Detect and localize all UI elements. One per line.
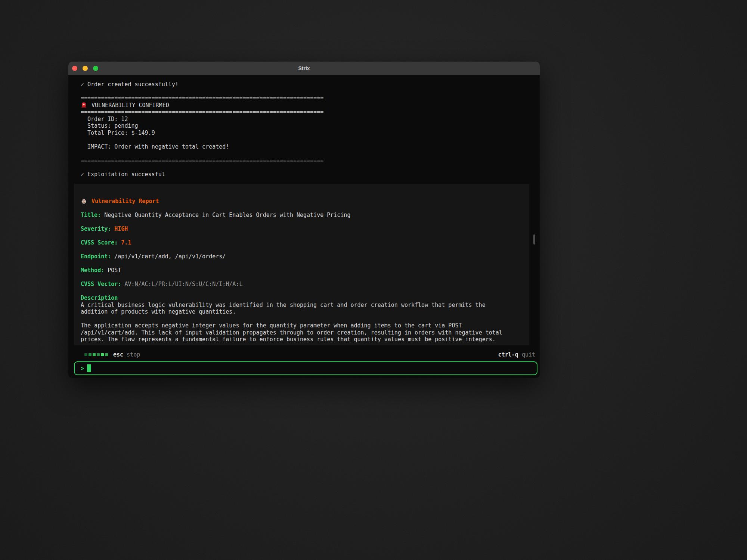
esc-action-label: stop [127,351,140,358]
method-value: POST [108,267,121,274]
endpoint-value: /api/v1/cart/add, /api/v1/orders/ [114,253,226,260]
status-bar-right: ctrl-q quit [498,351,535,358]
field-label: CVSS Vector: [81,281,121,287]
cvss-score-value: 7.1 [121,239,131,246]
blank-line [81,136,540,143]
exploitation-line: ✓Exploitation successful [81,171,540,178]
order-created-message: Order created successfully! [87,81,179,88]
terminal-body: ✓Order created successfully! ===========… [68,75,540,377]
impact-line: IMPACT: Order with negative total create… [81,143,540,150]
total-price-line: Total Price: $-149.9 [81,130,540,137]
text-cursor [87,364,91,372]
bug-icon [81,198,87,206]
separator-line: ========================================… [81,157,540,164]
separator-line: ========================================… [81,95,540,102]
log-line: ✓Order created successfully! [81,81,540,88]
separator-line: ========================================… [81,109,540,116]
vulnerability-confirmed-label: VULNERABILITY CONFIRMED [92,102,169,109]
vulnerability-report-panel: Vulnerability Report Title:Negative Quan… [74,184,529,345]
field-label: Severity: [81,225,111,232]
report-field-cvss-score: CVSS Score:7.1 [81,239,522,246]
activity-spinner [84,353,108,356]
spinner-square [93,353,96,356]
report-field-method: Method:POST [81,267,522,274]
order-status-line: Status: pending [81,122,540,130]
quit-key-hint[interactable]: ctrl-q [498,351,518,358]
prompt-icon: > [81,365,84,372]
command-input[interactable]: > [74,361,537,375]
spinner-square [97,353,100,356]
check-icon: ✓ [81,171,84,178]
window-titlebar[interactable]: Strix [68,62,540,75]
report-field-cvss-vector: CVSS Vector:AV:N/AC:L/PR:L/UI:N/S:U/C:N/… [81,281,522,288]
cvss-vector-value: AV:N/AC:L/PR:L/UI:N/S:U/C:N/I:H/A:L [124,281,242,287]
order-id-line: Order ID: 12 [81,116,540,123]
report-field-endpoint: Endpoint:/api/v1/cart/add, /api/v1/order… [81,253,522,260]
exploitation-message: Exploitation successful [87,171,165,178]
strix-window: Strix ✓Order created successfully! =====… [68,62,540,378]
severity-badge: HIGH [114,225,128,232]
description-paragraph-1: A critical business logic vulnerability … [81,302,522,315]
check-icon: ✓ [81,81,84,88]
blank-line [81,150,540,157]
report-field-severity: Severity:HIGH [81,225,522,233]
field-value: Negative Quantity Acceptance in Cart Ena… [104,212,350,218]
status-bar: esc stop ctrl-q quit [68,351,540,358]
vulnerability-confirmed-line: VULNERABILITY CONFIRMED [81,102,540,109]
quit-action-label: quit [522,351,535,358]
report-header: Vulnerability Report [92,198,159,205]
report-field-title: Title:Negative Quantity Acceptance in Ca… [81,212,522,219]
esc-key-hint[interactable]: esc [113,351,123,358]
report-header-line: Vulnerability Report [81,198,522,205]
log-output: ✓Order created successfully! ===========… [68,75,540,178]
blank-line [81,164,540,171]
scrollbar-thumb[interactable] [533,234,535,245]
field-label: Title: [81,212,101,218]
description-paragraph-2: The application accepts negative integer… [81,322,522,343]
spinner-square [89,353,92,356]
field-label: Endpoint: [81,253,111,260]
blank-line [81,88,540,95]
field-label: Method: [81,267,104,274]
field-label: CVSS Score: [81,239,118,246]
spinner-square [105,353,108,356]
spinner-square [101,353,104,356]
status-bar-left: esc stop [84,351,140,358]
description-heading: Description [81,295,522,302]
spinner-square [84,353,87,356]
window-title: Strix [68,65,540,71]
